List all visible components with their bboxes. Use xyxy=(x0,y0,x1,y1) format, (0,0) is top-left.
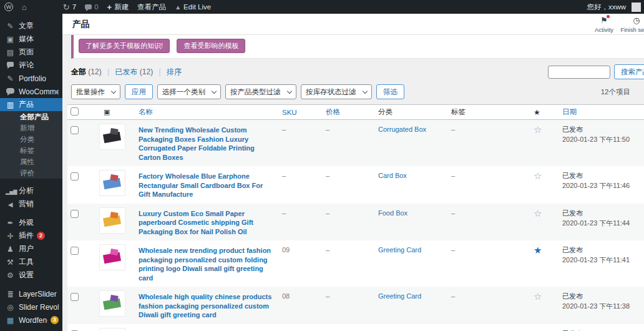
page-header: 产品 Activity Finish setup xyxy=(62,14,644,35)
category-link[interactable]: Card Box xyxy=(378,172,451,179)
sidebar-item-media[interactable]: 媒体 xyxy=(0,32,62,46)
pin-icon xyxy=(6,22,15,30)
product-name-link[interactable]: New Trending Wholesale Custom Packaging … xyxy=(139,126,282,162)
category-link[interactable]: Greeting Card xyxy=(378,246,451,254)
sidebar-item-appearance[interactable]: 外观 xyxy=(0,216,62,229)
stock-status-filter-select[interactable]: 按库存状态过滤 xyxy=(301,84,372,99)
product-thumbnail[interactable] xyxy=(100,245,125,270)
sort-link[interactable]: 排序 xyxy=(167,67,182,76)
category-link[interactable]: Corrugated Box xyxy=(378,126,451,133)
view-all-label: 全部 xyxy=(71,67,86,76)
category-filter-select[interactable]: 选择一个类别 xyxy=(157,84,221,99)
product-name-link[interactable]: Factory Wholesale Blue Earphone Rectangu… xyxy=(139,172,282,199)
filter-button[interactable]: 筛选 xyxy=(376,84,404,99)
tools-icon xyxy=(6,259,15,266)
updates-menu[interactable]: 7 xyxy=(59,0,80,14)
column-sku[interactable]: SKU xyxy=(282,109,326,116)
row-checkbox[interactable] xyxy=(71,172,79,180)
thumbnail-cell xyxy=(84,170,139,195)
sidebar-item-layerslider[interactable]: LayerSlider xyxy=(0,287,62,300)
menu-separator xyxy=(0,282,62,287)
sidebar-item-slider-revolution[interactable]: Slider Revolution xyxy=(0,300,62,314)
finish-setup-button[interactable]: Finish setup xyxy=(620,14,644,33)
column-date[interactable]: 日期 xyxy=(562,107,644,117)
settings-icon xyxy=(6,272,15,279)
row-checkbox[interactable] xyxy=(71,126,79,134)
sidebar-item-add-new[interactable]: 新增 xyxy=(0,122,62,134)
sidebar-item-plugins[interactable]: 插件2 xyxy=(0,229,62,242)
sidebar-item-users[interactable]: 用户 xyxy=(0,242,62,255)
product-thumbnail[interactable] xyxy=(100,329,125,331)
my-account-menu[interactable]: 您好，xxww xyxy=(582,0,630,14)
search-products-button[interactable]: 搜索产品 xyxy=(614,64,644,79)
featured-star[interactable]: ★ xyxy=(534,245,562,255)
product-thumbnail[interactable] xyxy=(100,291,125,316)
comments-menu[interactable]: 0 xyxy=(80,0,102,14)
learn-templates-button[interactable]: 了解更多关于模板的知识! xyxy=(79,39,170,53)
sidebar-item-portfolio[interactable]: Portfolio xyxy=(0,72,62,85)
featured-star[interactable]: ☆ xyxy=(534,209,562,218)
select-all-checkbox[interactable] xyxy=(71,107,79,116)
sidebar-item-settings[interactable]: 设置 xyxy=(0,269,62,282)
row-checkbox-cell xyxy=(67,329,84,331)
avatar[interactable] xyxy=(632,2,641,12)
view-published-link[interactable]: 已发布 (12) xyxy=(115,67,154,76)
sidebar-item-analytics[interactable]: 分析 xyxy=(0,184,62,197)
table-header: 名称 SKU 价格 分类 标签 日期 xyxy=(67,104,644,120)
product-thumbnail[interactable] xyxy=(100,124,125,149)
table-row: Wholesale new trending product fashion p… xyxy=(67,240,644,287)
clock-icon xyxy=(632,16,642,26)
new-content-menu[interactable]: 新建 xyxy=(103,0,134,14)
sidebar-item-marketing[interactable]: 营销 xyxy=(0,197,62,210)
sidebar-item-tools[interactable]: 工具 xyxy=(0,255,62,269)
sidebar-item-categories[interactable]: 分类 xyxy=(0,134,62,145)
row-checkbox[interactable] xyxy=(71,210,79,218)
featured-star[interactable]: ☆ xyxy=(534,292,562,301)
product-type-filter-select[interactable]: 按产品类型过滤 xyxy=(225,84,296,99)
header-actions: Activity Finish setup xyxy=(588,14,644,33)
date-text: 2020-01-23 下午11:44 xyxy=(562,219,630,227)
edit-live-label: Edit Live xyxy=(183,3,211,11)
view-all-link[interactable]: 全部 (12) xyxy=(71,67,102,76)
view-product-menu[interactable]: 查看产品 xyxy=(133,0,170,14)
activity-label: Activity xyxy=(595,26,613,33)
sidebar-item-wordfence[interactable]: Wordfence3 xyxy=(0,314,62,327)
menu-separator xyxy=(0,179,62,184)
product-name-link[interactable]: Wholesale new trending product fashion p… xyxy=(139,246,282,282)
category-link[interactable]: Greeting Card xyxy=(378,292,451,300)
sidebar-item-attributes[interactable]: 属性 xyxy=(0,156,62,167)
product-name-link[interactable]: Luxury Custom Eco Small Paper paperboard… xyxy=(139,209,282,237)
stock-status-filter-wrap: 按库存状态过滤 xyxy=(301,84,372,99)
sidebar-item-comments[interactable]: 评论 xyxy=(0,59,62,72)
product-name-link[interactable]: Wholesale high quality chinese products … xyxy=(139,292,282,320)
wordpress-menu[interactable] xyxy=(0,0,17,14)
site-home-menu[interactable] xyxy=(17,0,31,14)
sidebar-item-reviews[interactable]: 评价 xyxy=(0,167,62,179)
bulk-actions-select[interactable]: 批量操作 xyxy=(71,84,120,99)
sidebar-item-pages[interactable]: 页面 xyxy=(0,46,62,59)
column-price[interactable]: 价格 xyxy=(326,107,378,117)
edit-live-menu[interactable]: Edit Live xyxy=(170,0,215,14)
sidebar-item-all-products[interactable]: 全部产品 xyxy=(0,111,62,122)
product-thumbnail[interactable] xyxy=(100,170,125,195)
view-affected-templates-button[interactable]: 查看受影响的模板 xyxy=(177,39,245,53)
product-thumbnail[interactable] xyxy=(100,208,125,233)
apply-button[interactable]: 应用 xyxy=(125,84,153,99)
sidebar-item-tags[interactable]: 标签 xyxy=(0,145,62,156)
home-icon xyxy=(22,3,27,11)
sidebar-item-woocommerce[interactable]: WooCommerce xyxy=(0,85,62,98)
category-link[interactable]: Food Box xyxy=(378,209,451,217)
sidebar-item-posts[interactable]: 文章 xyxy=(0,19,62,32)
column-name[interactable]: 名称 xyxy=(139,107,282,117)
row-checkbox[interactable] xyxy=(71,247,79,255)
search-input[interactable] xyxy=(548,66,610,79)
sidebar-item-products[interactable]: 产品 xyxy=(0,98,62,111)
sku-value: 09 xyxy=(282,246,326,254)
featured-star[interactable]: ☆ xyxy=(534,125,562,134)
row-checkbox[interactable] xyxy=(71,293,79,301)
price-value: – xyxy=(326,172,378,179)
featured-star[interactable]: ☆ xyxy=(534,171,562,180)
activity-button[interactable]: Activity xyxy=(588,14,620,33)
sidebar-item-label: 设置 xyxy=(19,270,34,280)
table-body: New Trending Wholesale Custom Packaging … xyxy=(67,120,644,331)
